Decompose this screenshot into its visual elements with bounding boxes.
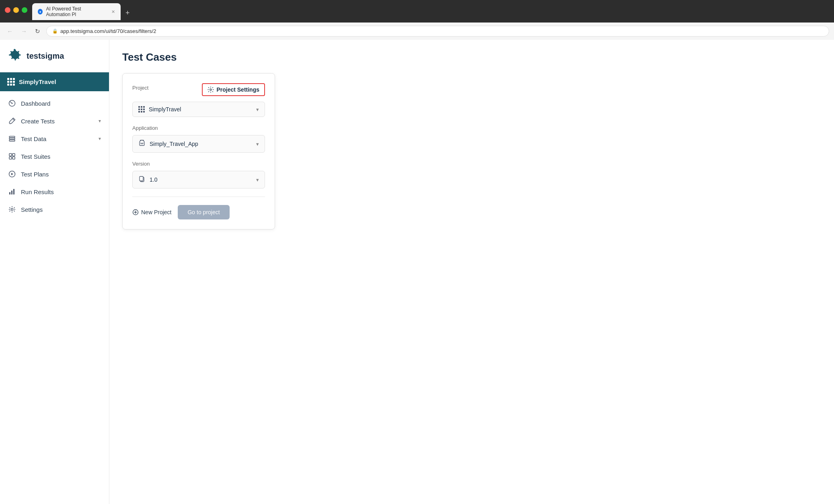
svg-rect-5 xyxy=(9,154,12,156)
edit-icon xyxy=(8,117,16,125)
chevron-down-icon: ▾ xyxy=(99,118,101,124)
tab-title: AI Powered Test Automation Pl xyxy=(46,6,105,17)
sidebar-project-name: SimplyTravel xyxy=(19,78,56,85)
sidebar-logo: testsigma xyxy=(0,40,109,72)
sidebar-project-selector[interactable]: SimplyTravel xyxy=(0,72,109,91)
sidebar-item-label: Run Results xyxy=(21,188,54,195)
sidebar: testsigma SimplyTravel Dashboard xyxy=(0,40,109,504)
project-panel: Project Project Settings xyxy=(122,73,275,229)
sidebar-item-label: Create Tests xyxy=(21,118,55,125)
url-text: app.testsigma.com/ui/td/70/cases/filters… xyxy=(60,28,156,34)
project-section: SimplyTravel ▾ xyxy=(132,102,265,117)
main-content: Test Cases Project Project Settings xyxy=(109,40,834,504)
svg-rect-16 xyxy=(140,176,143,181)
chevron-down-icon: ▾ xyxy=(256,177,259,183)
application-dropdown-inner: Simply_Travel_App xyxy=(138,139,198,148)
svg-rect-7 xyxy=(9,157,12,159)
browser-tab-active[interactable]: ● AI Powered Test Automation Pl ✕ xyxy=(32,3,121,20)
panel-divider xyxy=(132,197,265,197)
sidebar-item-label: Test Plans xyxy=(21,171,49,178)
tab-favicon: ● xyxy=(38,9,43,14)
reload-button[interactable]: ↻ xyxy=(33,27,42,36)
sidebar-item-create-tests[interactable]: Create Tests ▾ xyxy=(0,112,109,130)
chart-bar-icon xyxy=(8,188,16,196)
project-settings-label: Project Settings xyxy=(216,86,259,93)
application-label: Application xyxy=(132,125,265,131)
svg-point-1 xyxy=(12,103,13,104)
plus-circle-icon xyxy=(132,209,139,215)
sidebar-item-test-data[interactable]: Test Data ▾ xyxy=(0,130,109,148)
chevron-down-icon: ▾ xyxy=(99,136,101,141)
svg-point-13 xyxy=(141,143,142,143)
page-title: Test Cases xyxy=(122,51,821,64)
version-dropdown-inner: 1.0 xyxy=(138,175,157,184)
new-tab-button[interactable]: + xyxy=(121,6,134,20)
database-icon xyxy=(8,135,16,143)
browser-chrome: ● AI Powered Test Automation Pl ✕ + xyxy=(0,0,834,23)
version-section: Version 1.0 ▾ xyxy=(132,161,265,188)
lock-icon: 🔒 xyxy=(52,29,58,34)
svg-rect-3 xyxy=(9,138,15,140)
tab-close-icon[interactable]: ✕ xyxy=(111,9,115,14)
panel-header: Project Project Settings xyxy=(132,83,265,96)
svg-rect-11 xyxy=(11,191,12,195)
sidebar-nav: Dashboard Create Tests ▾ Test Data ▾ xyxy=(0,91,109,221)
sidebar-item-test-plans[interactable]: Test Plans xyxy=(0,165,109,183)
project-dropdown[interactable]: SimplyTravel ▾ xyxy=(132,102,265,117)
chevron-down-icon: ▾ xyxy=(256,107,259,113)
sidebar-item-settings[interactable]: Settings xyxy=(0,201,109,218)
project-dropdown-inner: SimplyTravel xyxy=(138,106,181,113)
project-settings-button[interactable]: Project Settings xyxy=(202,83,265,96)
browser-toolbar: ← → ↻ 🔒 app.testsigma.com/ui/td/70/cases… xyxy=(0,23,834,40)
sidebar-item-label: Settings xyxy=(21,206,43,213)
app-container: testsigma SimplyTravel Dashboard xyxy=(0,40,834,504)
sidebar-item-label: Test Suites xyxy=(21,153,50,160)
grid-icon xyxy=(8,152,16,160)
project-dropdown-value: SimplyTravel xyxy=(149,106,181,113)
project-grid-icon xyxy=(7,78,15,86)
svg-rect-8 xyxy=(12,157,15,159)
settings-icon xyxy=(207,86,214,93)
chevron-down-icon: ▾ xyxy=(256,141,259,147)
svg-rect-4 xyxy=(9,140,15,141)
version-dropdown[interactable]: 1.0 ▾ xyxy=(132,171,265,188)
application-dropdown[interactable]: Simply_Travel_App ▾ xyxy=(132,135,265,153)
traffic-lights xyxy=(5,7,27,13)
new-project-button[interactable]: New Project xyxy=(132,209,171,215)
maximize-button[interactable] xyxy=(22,7,27,13)
logo-text: testsigma xyxy=(27,51,64,61)
application-dropdown-value: Simply_Travel_App xyxy=(150,141,198,147)
project-grid-icon-small xyxy=(138,106,145,113)
svg-rect-12 xyxy=(13,189,14,195)
sidebar-item-dashboard[interactable]: Dashboard xyxy=(0,94,109,112)
project-label: Project xyxy=(132,85,148,91)
svg-rect-10 xyxy=(9,192,10,195)
version-dropdown-value: 1.0 xyxy=(150,176,157,183)
go-to-project-label: Go to project xyxy=(187,209,220,215)
svg-point-14 xyxy=(143,143,144,143)
application-section: Application Simply_Travel_App xyxy=(132,125,265,153)
logo-icon xyxy=(8,49,23,63)
android-icon xyxy=(138,139,146,148)
panel-actions: New Project Go to project xyxy=(132,205,265,219)
sidebar-item-label: Dashboard xyxy=(21,100,50,107)
sidebar-item-run-results[interactable]: Run Results xyxy=(0,183,109,201)
close-button[interactable] xyxy=(5,7,10,13)
dashboard-icon xyxy=(8,99,16,107)
new-project-label: New Project xyxy=(141,209,171,215)
sidebar-item-label: Test Data xyxy=(21,135,46,142)
go-to-project-button[interactable]: Go to project xyxy=(178,205,229,219)
version-label: Version xyxy=(132,161,265,167)
minimize-button[interactable] xyxy=(13,7,19,13)
copy-icon xyxy=(138,175,146,184)
back-button[interactable]: ← xyxy=(5,27,15,35)
svg-rect-6 xyxy=(12,154,15,156)
forward-button[interactable]: → xyxy=(19,27,29,35)
svg-rect-2 xyxy=(9,136,15,138)
sidebar-item-test-suites[interactable]: Test Suites xyxy=(0,148,109,165)
address-bar[interactable]: 🔒 app.testsigma.com/ui/td/70/cases/filte… xyxy=(46,26,829,37)
circle-play-icon xyxy=(8,170,16,178)
gear-icon xyxy=(8,205,16,213)
